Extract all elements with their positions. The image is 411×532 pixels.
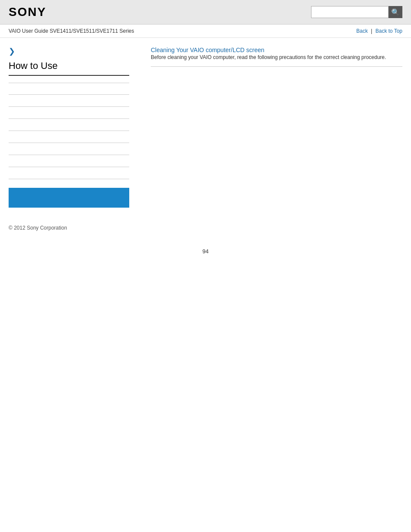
main-content: ❯ How to Use Cleaning Your VAIO computer… xyxy=(0,38,411,216)
page-number: 94 xyxy=(0,240,411,263)
search-box: 🔍 xyxy=(311,6,402,18)
sidebar-title: How to Use xyxy=(9,60,129,76)
search-button[interactable]: 🔍 xyxy=(389,6,402,18)
sony-logo: SONY xyxy=(9,5,46,19)
copyright: © 2012 Sony Corporation xyxy=(9,225,67,231)
navbar: VAIO User Guide SVE1411/SVE1511/SVE1711 … xyxy=(0,25,411,38)
breadcrumb: VAIO User Guide SVE1411/SVE1511/SVE1711 … xyxy=(9,28,134,34)
nav-links: Back | Back to Top xyxy=(356,28,402,34)
list-item[interactable] xyxy=(9,95,129,107)
footer: © 2012 Sony Corporation xyxy=(0,216,411,240)
list-item[interactable] xyxy=(9,167,129,179)
list-item[interactable] xyxy=(9,131,129,143)
article-description: Before cleaning your VAIO computer, read… xyxy=(151,53,402,67)
sidebar-blue-box[interactable] xyxy=(9,188,129,208)
list-item[interactable] xyxy=(9,83,129,95)
sidebar-nav-list xyxy=(9,83,129,179)
list-item[interactable] xyxy=(9,155,129,167)
back-link[interactable]: Back xyxy=(356,28,368,34)
sidebar: ❯ How to Use xyxy=(0,38,138,216)
list-item[interactable] xyxy=(9,119,129,131)
sidebar-arrow[interactable]: ❯ xyxy=(9,47,129,56)
list-item[interactable] xyxy=(9,107,129,119)
nav-separator: | xyxy=(371,28,372,34)
search-input[interactable] xyxy=(311,6,389,18)
search-icon: 🔍 xyxy=(391,8,400,16)
header: SONY 🔍 xyxy=(0,0,411,25)
back-to-top-link[interactable]: Back to Top xyxy=(376,28,402,34)
list-item[interactable] xyxy=(9,143,129,155)
content-area: Cleaning Your VAIO computer/LCD screen B… xyxy=(138,38,411,216)
article-title[interactable]: Cleaning Your VAIO computer/LCD screen xyxy=(151,47,265,53)
